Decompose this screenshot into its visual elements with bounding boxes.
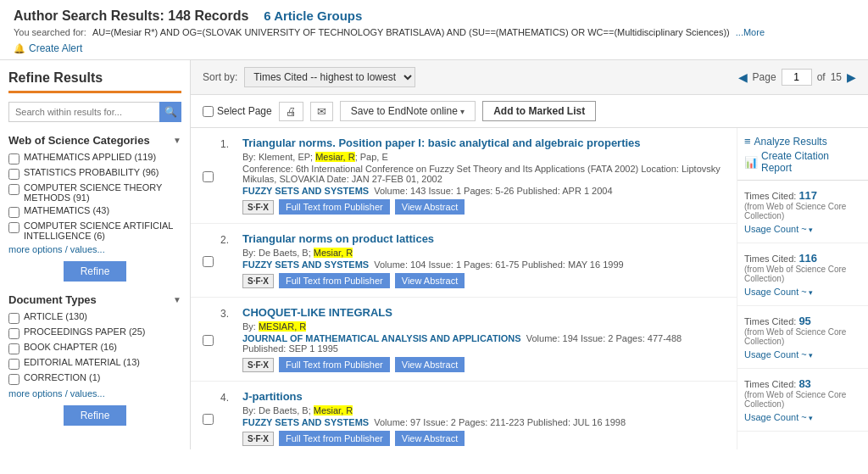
wos-categories-section: Web of Science Categories ▼ MATHEMATICS … bbox=[8, 134, 181, 282]
doc-type-checkbox-4[interactable] bbox=[8, 374, 19, 385]
wos-cat-checkbox-4[interactable] bbox=[8, 222, 19, 233]
result-title-3[interactable]: CHOQUET-LIKE INTEGRALS bbox=[242, 306, 725, 319]
search-within-input[interactable] bbox=[8, 102, 181, 122]
header: Author Search Results: 148 Records 6 Art… bbox=[0, 0, 868, 60]
wos-categories-list: MATHEMATICS APPLIED (119) STATISTICS PRO… bbox=[8, 152, 181, 241]
times-cited-source-1: (from Web of Science Core Collection) bbox=[744, 202, 861, 220]
main-layout: Refine Results 🔍 Web of Science Categori… bbox=[0, 60, 868, 449]
times-cited-count-2[interactable]: 116 bbox=[798, 252, 817, 265]
result-actions-4: S·F·X Full Text from Publisher View Abst… bbox=[242, 431, 725, 446]
total-pages: 15 bbox=[831, 71, 842, 83]
wos-cat-checkbox-3[interactable] bbox=[8, 207, 19, 218]
document-types-label: Document Types bbox=[8, 293, 97, 306]
result-actions-3: S·F·X Full Text from Publisher View Abst… bbox=[242, 357, 725, 372]
wos-cat-label-4[interactable]: COMPUTER SCIENCE ARTIFICIAL INTELLIGENCE… bbox=[24, 220, 181, 241]
doc-type-label-4[interactable]: CORRECTION (1) bbox=[24, 372, 100, 382]
sfx-button-1[interactable]: S·F·X bbox=[242, 200, 274, 215]
sfx-button-2[interactable]: S·F·X bbox=[242, 274, 274, 288]
more-link[interactable]: ...More bbox=[736, 27, 765, 37]
result-details-3: JOURNAL OF MATHEMATICAL ANALYSIS AND APP… bbox=[242, 333, 725, 354]
times-cited-count-4[interactable]: 83 bbox=[798, 377, 810, 390]
times-cited-4: Times Cited: 83 (from Web of Science Cor… bbox=[744, 377, 861, 409]
list-item: ARTICLE (130) bbox=[8, 311, 181, 324]
document-types-header[interactable]: Document Types ▼ bbox=[8, 293, 181, 306]
doc-more-options-link[interactable]: more options / values... bbox=[8, 388, 181, 399]
meta-item-2: Times Cited: 116 (from Web of Science Co… bbox=[737, 243, 868, 306]
doc-type-label-0[interactable]: ARTICLE (130) bbox=[24, 311, 87, 321]
abstract-button-3[interactable]: View Abstract bbox=[395, 357, 465, 372]
result-body-1: Triangular norms. Position paper I: basi… bbox=[242, 137, 725, 215]
wos-cat-label-3[interactable]: MATHEMATICS (43) bbox=[24, 205, 109, 215]
page-prev-button[interactable]: ◀ bbox=[738, 70, 748, 84]
abstract-button-1[interactable]: View Abstract bbox=[395, 199, 465, 215]
full-text-button-1[interactable]: Full Text from Publisher bbox=[279, 199, 390, 215]
usage-count-4[interactable]: Usage Count ~ bbox=[744, 412, 861, 422]
save-endnote-button[interactable]: Save to EndNote online ▾ bbox=[340, 101, 476, 121]
add-marked-list-button[interactable]: Add to Marked List bbox=[482, 101, 596, 121]
full-text-button-4[interactable]: Full Text from Publisher bbox=[279, 431, 390, 446]
result-actions-1: S·F·X Full Text from Publisher View Abst… bbox=[242, 199, 725, 215]
doc-type-checkbox-2[interactable] bbox=[8, 343, 19, 354]
usage-count-1[interactable]: Usage Count ~ bbox=[744, 224, 861, 234]
result-checkbox-1[interactable] bbox=[203, 139, 214, 215]
of-label: of bbox=[817, 71, 826, 83]
result-journal-2[interactable]: FUZZY SETS AND SYSTEMS bbox=[242, 259, 369, 270]
page-number-input[interactable]: 1 bbox=[782, 69, 812, 86]
print-button[interactable]: 🖨 bbox=[279, 102, 303, 121]
times-cited-count-3[interactable]: 95 bbox=[798, 315, 810, 327]
doc-type-checkbox-3[interactable] bbox=[8, 359, 19, 370]
create-citation-report-link[interactable]: 📊 Create Citation Report bbox=[744, 150, 861, 174]
result-checkbox-4[interactable] bbox=[203, 393, 214, 446]
doc-type-label-1[interactable]: PROCEEDINGS PAPER (25) bbox=[24, 326, 145, 337]
wos-cat-checkbox-1[interactable] bbox=[8, 169, 19, 180]
doc-type-checkbox-0[interactable] bbox=[8, 313, 19, 324]
wos-cat-checkbox-0[interactable] bbox=[8, 153, 19, 165]
full-text-button-3[interactable]: Full Text from Publisher bbox=[279, 357, 390, 372]
result-checkbox-3[interactable] bbox=[203, 309, 214, 372]
result-journal-4[interactable]: FUZZY SETS AND SYSTEMS bbox=[242, 417, 369, 427]
refine-button-doc[interactable]: Refine bbox=[64, 405, 127, 426]
wos-cat-label-0[interactable]: MATHEMATICS APPLIED (119) bbox=[24, 152, 156, 162]
chart-icon: 📊 bbox=[744, 156, 758, 169]
sort-select[interactable]: Times Cited -- highest to lowest bbox=[244, 67, 415, 87]
usage-count-3[interactable]: Usage Count ~ bbox=[744, 349, 861, 360]
create-alert-link[interactable]: Create Alert bbox=[14, 42, 82, 54]
full-text-button-2[interactable]: Full Text from Publisher bbox=[279, 273, 390, 288]
author-highlight-4: Mesiar, R bbox=[314, 405, 353, 415]
article-groups-link[interactable]: 6 Article Groups bbox=[264, 8, 362, 23]
search-within-button[interactable]: 🔍 bbox=[159, 102, 181, 122]
usage-count-2[interactable]: Usage Count ~ bbox=[744, 287, 861, 297]
sfx-button-4[interactable]: S·F·X bbox=[242, 432, 274, 446]
times-cited-source-4: (from Web of Science Core Collection) bbox=[744, 390, 861, 409]
select-page-label: Select Page bbox=[217, 105, 272, 117]
wos-cat-label-2[interactable]: COMPUTER SCIENCE THEORY METHODS (91) bbox=[24, 182, 181, 203]
abstract-button-2[interactable]: View Abstract bbox=[395, 273, 465, 288]
doc-type-label-3[interactable]: EDITORIAL MATERIAL (13) bbox=[24, 357, 140, 367]
list-item: BOOK CHAPTER (16) bbox=[8, 342, 181, 354]
wos-more-options-link[interactable]: more options / values... bbox=[8, 244, 181, 254]
wos-cat-checkbox-2[interactable] bbox=[8, 184, 19, 195]
page-next-button[interactable]: ▶ bbox=[847, 70, 856, 84]
result-title-1[interactable]: Triangular norms. Position paper I: basi… bbox=[242, 137, 725, 149]
doc-type-label-2[interactable]: BOOK CHAPTER (16) bbox=[24, 342, 117, 352]
select-page-checkbox[interactable] bbox=[203, 106, 214, 117]
abstract-button-4[interactable]: View Abstract bbox=[395, 431, 465, 446]
times-cited-count-1[interactable]: 117 bbox=[798, 189, 817, 202]
result-journal-1[interactable]: FUZZY SETS AND SYSTEMS bbox=[242, 186, 369, 196]
analyze-section: ≡ Analyze Results 📊 Create Citation Repo… bbox=[737, 128, 868, 181]
doc-type-checkbox-1[interactable] bbox=[8, 328, 19, 339]
result-title-2[interactable]: Triangular norms on product lattices bbox=[242, 232, 725, 245]
analyze-results-link[interactable]: ≡ Analyze Results bbox=[744, 135, 861, 148]
refine-results-title: Refine Results bbox=[8, 70, 181, 93]
refine-button-wos[interactable]: Refine bbox=[64, 261, 127, 282]
result-checkbox-2[interactable] bbox=[203, 235, 214, 288]
wos-cat-label-1[interactable]: STATISTICS PROBABILITY (96) bbox=[24, 167, 159, 177]
result-title-4[interactable]: J-partitions bbox=[242, 390, 725, 403]
wos-categories-header[interactable]: Web of Science Categories ▼ bbox=[8, 134, 181, 147]
result-journal-3[interactable]: JOURNAL OF MATHEMATICAL ANALYSIS AND APP… bbox=[242, 333, 521, 343]
times-cited-source-2: (from Web of Science Core Collection) bbox=[744, 265, 861, 283]
sfx-button-3[interactable]: S·F·X bbox=[242, 358, 274, 372]
list-item: PROCEEDINGS PAPER (25) bbox=[8, 326, 181, 339]
meta-item-1: Times Cited: 117 (from Web of Science Co… bbox=[737, 181, 868, 243]
email-button[interactable]: ✉ bbox=[310, 102, 333, 121]
